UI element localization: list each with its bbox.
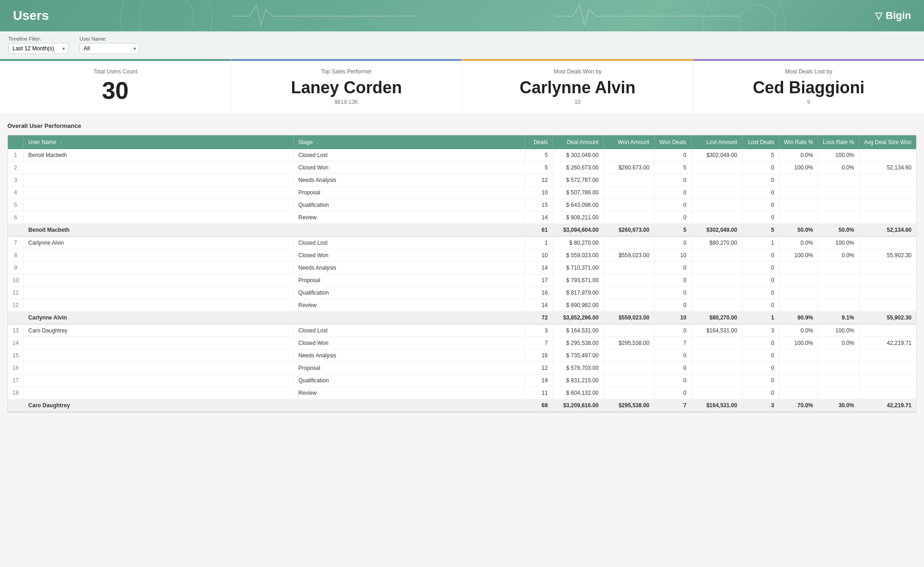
cell-rownum [8,223,24,236]
cell-lostamt [691,299,742,311]
cell-wonamt [603,261,654,274]
table-row: 13Caro DaughtreyClosed Lost3$ 164,531.00… [8,324,916,337]
cell-deals: 16 [525,286,553,299]
page-title: Users [13,8,49,23]
cell-stage: Closed Won [293,249,525,261]
performance-table: User Name ↓ Stage ↓ Deals Deal Amount Wo [8,135,916,412]
cell-username [24,299,293,311]
cell-lossrate: 100.0% [818,149,859,162]
performance-table-container[interactable]: User Name ↓ Stage ↓ Deals Deal Amount Wo [7,135,917,413]
th-username[interactable]: User Name ↓ [24,135,293,149]
cell-wonamt: $260,673.00 [603,161,654,174]
summary-row: Caro Daughtrey68$3,209,616.00$295,538.00… [8,399,916,412]
page-header: Users ▽ Bigin [0,0,924,31]
th-deals[interactable]: Deals [525,135,553,149]
brand-icon: ▽ [875,10,882,21]
cell-dealamt: $3,852,296.00 [553,311,603,324]
table-row: 4Proposal10$ 507,786.0000 [8,186,916,199]
th-lossrate[interactable]: Loss Rate % [818,135,859,149]
cell-lostdeals: 0 [742,362,779,374]
cell-wonamt [603,274,654,286]
th-wonamt[interactable]: Won Amount [603,135,654,149]
kpi-top-sales-sub: $619.13K [242,99,450,105]
cell-stage [293,399,525,412]
cell-lossrate: 9.1% [818,311,859,324]
cell-lostdeals: 0 [742,386,779,399]
cell-dealamt: $ 572,787.00 [553,174,603,186]
header-decorations [0,0,924,31]
cell-lossrate [818,199,859,211]
table-row: 3Needs Analysis12$ 572,787.0000 [8,174,916,186]
cell-wonamt: $559,023.00 [603,311,654,324]
cell-lostamt [691,261,742,274]
table-row: 12Review14$ 890,982.0000 [8,299,916,311]
cell-lostdeals: 0 [742,349,779,362]
cell-lossrate: 100.0% [818,236,859,249]
kpi-top-sales-value: Laney Corden [242,78,450,97]
cell-username [24,362,293,374]
th-avgdeal[interactable]: Avg Deal Size Won [859,135,916,149]
cell-lostamt: $302,049.00 [691,223,742,236]
table-row: 16Proposal12$ 578,703.0000 [8,362,916,374]
th-dealamt-label: Deal Amount [567,139,599,145]
th-wondeals[interactable]: Won Deals [654,135,691,149]
cell-username [24,249,293,261]
cell-avgdeal [859,174,916,186]
cell-lostdeals: 0 [742,337,779,349]
cell-wonamt: $260,673.00 [603,223,654,236]
cell-wonamt [603,349,654,362]
cell-wonamt [603,386,654,399]
cell-username [24,374,293,386]
cell-lostdeals: 0 [742,374,779,386]
th-stage[interactable]: Stage ↓ [293,135,525,149]
timeline-filter-group: Timeline Filter: Last 12 Month(s) Last 6… [8,36,68,54]
cell-wonamt: $295,538.00 [603,399,654,412]
cell-stage: Closed Lost [293,324,525,337]
cell-stage: Needs Analysis [293,349,525,362]
timeline-select[interactable]: Last 12 Month(s) Last 6 Month(s) Last 3 … [8,43,68,54]
th-stage-sort-icon: ↓ [316,140,318,145]
cell-wondeals: 0 [654,274,691,286]
cell-avgdeal: 55,902.30 [859,311,916,324]
timeline-label: Timeline Filter: [8,36,68,42]
cell-wondeals: 0 [654,374,691,386]
th-wondeals-label: Won Deals [659,139,686,145]
summary-row: Carlynne Alvin72$3,852,296.00$559,023.00… [8,311,916,324]
cell-lossrate: 0.0% [818,249,859,261]
cell-avgdeal [859,274,916,286]
cell-wondeals: 0 [654,349,691,362]
th-lostamt[interactable]: Lost Amount [691,135,742,149]
cell-lostdeals: 1 [742,311,779,324]
cell-stage: Needs Analysis [293,261,525,274]
timeline-select-wrapper[interactable]: Last 12 Month(s) Last 6 Month(s) Last 3 … [8,43,68,54]
cell-stage: Closed Won [293,337,525,349]
cell-dealamt: $ 559,023.00 [553,249,603,261]
cell-avgdeal [859,236,916,249]
cell-lostdeals: 3 [742,399,779,412]
cell-deals: 1 [525,236,553,249]
cell-lostdeals: 0 [742,211,779,223]
cell-lossrate: 100.0% [818,324,859,337]
th-lostdeals[interactable]: Lost Deals [742,135,779,149]
cell-rownum: 9 [8,261,24,274]
cell-dealamt: $ 507,786.00 [553,186,603,199]
cell-lostdeals: 1 [742,236,779,249]
cell-rownum: 5 [8,199,24,211]
cell-avgdeal [859,299,916,311]
th-dealamt[interactable]: Deal Amount [553,135,603,149]
cell-winrate: 90.9% [779,311,818,324]
cell-dealamt: $3,094,604.00 [553,223,603,236]
cell-lostdeals: 0 [742,261,779,274]
username-select-wrapper[interactable]: All [79,43,140,54]
cell-deals: 12 [525,362,553,374]
th-winrate[interactable]: Win Rate % [779,135,818,149]
cell-winrate [779,211,818,223]
cell-lossrate: 50.0% [818,223,859,236]
cell-rownum: 7 [8,236,24,249]
cell-dealamt: $3,209,616.00 [553,399,603,412]
cell-lossrate [818,274,859,286]
cell-lostamt [691,161,742,174]
username-select[interactable]: All [79,43,140,54]
cell-avgdeal [859,349,916,362]
th-winrate-label: Win Rate % [784,139,813,145]
